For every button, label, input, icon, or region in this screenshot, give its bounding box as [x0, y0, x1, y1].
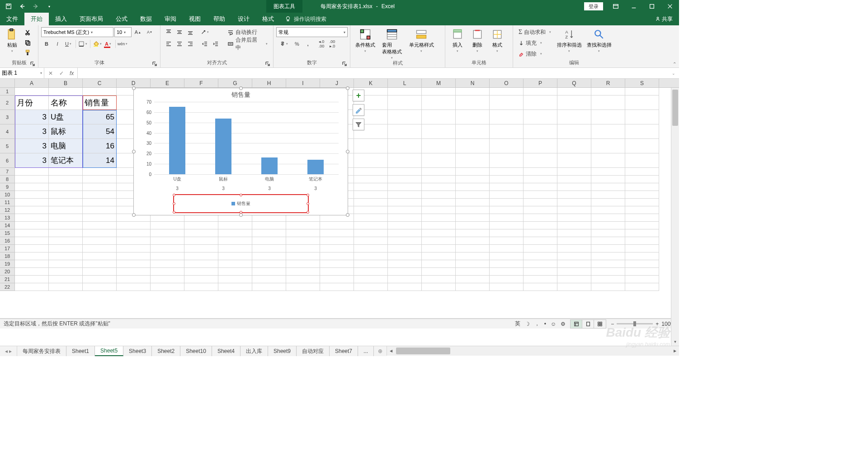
cell[interactable]	[354, 176, 388, 183]
cell[interactable]	[625, 245, 659, 253]
cell[interactable]	[83, 176, 117, 183]
cell[interactable]	[557, 245, 591, 253]
cell[interactable]	[49, 88, 83, 95]
cell[interactable]	[490, 237, 524, 245]
cell[interactable]	[83, 229, 117, 237]
cell[interactable]	[117, 283, 151, 291]
cell[interactable]	[557, 260, 591, 268]
cell[interactable]	[388, 153, 422, 168]
cell[interactable]	[524, 153, 557, 168]
cell[interactable]	[15, 183, 49, 191]
cell[interactable]	[422, 168, 456, 176]
cell[interactable]	[184, 276, 218, 283]
underline-button[interactable]: U	[63, 39, 74, 49]
chart-bar[interactable]	[169, 107, 185, 174]
cell[interactable]	[320, 253, 354, 260]
cell[interactable]	[591, 124, 625, 139]
tab-formulas[interactable]: 公式	[109, 13, 134, 25]
smiley-icon[interactable]: ☺	[551, 321, 556, 327]
cell[interactable]	[422, 183, 456, 191]
cell[interactable]	[388, 191, 422, 199]
sheet-tab[interactable]: Sheet9	[268, 346, 297, 356]
cell[interactable]	[591, 153, 625, 168]
cell[interactable]	[252, 283, 286, 291]
cell[interactable]	[456, 124, 490, 139]
cell[interactable]	[184, 222, 218, 229]
enter-button[interactable]: ✓	[56, 68, 67, 79]
tab-review[interactable]: 审阅	[158, 13, 183, 25]
cell[interactable]	[388, 245, 422, 253]
chart-legend[interactable]: 销售量	[173, 194, 309, 213]
tab-home[interactable]: 开始	[24, 13, 49, 25]
launcher-icon[interactable]	[152, 61, 157, 67]
cell[interactable]	[83, 183, 117, 191]
cell[interactable]	[49, 268, 83, 276]
row-header[interactable]: 4	[0, 124, 15, 139]
cell[interactable]	[388, 183, 422, 191]
tab-view[interactable]: 视图	[183, 13, 207, 25]
cell[interactable]	[625, 124, 659, 139]
cell[interactable]	[456, 222, 490, 229]
select-all-corner[interactable]	[0, 79, 15, 87]
cell[interactable]	[388, 222, 422, 229]
cell[interactable]	[524, 176, 557, 183]
cell[interactable]	[422, 153, 456, 168]
launcher-icon[interactable]	[342, 61, 347, 67]
cell[interactable]	[252, 260, 286, 268]
cell[interactable]	[524, 237, 557, 245]
cell[interactable]	[591, 222, 625, 229]
cell[interactable]	[354, 199, 388, 206]
cell[interactable]	[422, 260, 456, 268]
cell[interactable]	[422, 139, 456, 153]
cell[interactable]	[83, 214, 117, 222]
redo-button[interactable]	[29, 0, 42, 13]
row-header[interactable]: 9	[0, 183, 15, 191]
cell[interactable]	[557, 268, 591, 276]
row-header[interactable]: 17	[0, 245, 15, 253]
cell[interactable]	[524, 183, 557, 191]
format-cells-button[interactable]: 格式▾	[488, 27, 507, 53]
cell[interactable]	[591, 260, 625, 268]
font-size-combo[interactable]: 10▾	[114, 27, 132, 37]
row-header[interactable]: 12	[0, 206, 15, 214]
save-button[interactable]	[2, 0, 15, 13]
col-header[interactable]: N	[456, 79, 490, 87]
row-header[interactable]: 18	[0, 253, 15, 260]
cell[interactable]	[83, 199, 117, 206]
cell[interactable]	[422, 229, 456, 237]
cell[interactable]	[354, 222, 388, 229]
cell[interactable]	[83, 283, 117, 291]
number-format-combo[interactable]: 常规▾	[276, 27, 348, 37]
cell[interactable]	[320, 260, 354, 268]
bold-button[interactable]: B	[41, 39, 52, 49]
cell[interactable]	[456, 139, 490, 153]
cell[interactable]	[456, 276, 490, 283]
sheet-tab[interactable]: Sheet2	[152, 346, 180, 356]
cell[interactable]	[490, 88, 524, 95]
cell[interactable]	[524, 206, 557, 214]
launcher-icon[interactable]	[265, 61, 270, 67]
cell[interactable]	[524, 268, 557, 276]
tell-me-search[interactable]: 操作说明搜索	[280, 13, 331, 25]
cell[interactable]	[49, 199, 83, 206]
share-button[interactable]: 共享	[649, 13, 679, 25]
collapse-ribbon-button[interactable]: ⌃	[673, 62, 676, 67]
vertical-scrollbar[interactable]: ▲ ▼	[671, 81, 679, 346]
decrease-decimal-button[interactable]: .00▸.0	[327, 39, 338, 49]
cell[interactable]	[625, 88, 659, 95]
cut-button[interactable]	[23, 28, 33, 37]
cell[interactable]	[354, 283, 388, 291]
cell[interactable]	[15, 206, 49, 214]
cell[interactable]	[490, 206, 524, 214]
cell[interactable]	[557, 153, 591, 168]
cell[interactable]	[456, 153, 490, 168]
cell[interactable]	[524, 168, 557, 176]
cell[interactable]	[456, 214, 490, 222]
cell[interactable]	[286, 222, 320, 229]
cell[interactable]	[218, 253, 252, 260]
cell[interactable]	[490, 183, 524, 191]
zoom-out-button[interactable]: −	[611, 321, 614, 327]
cancel-button[interactable]: ✕	[45, 68, 56, 79]
cell[interactable]	[524, 139, 557, 153]
row-header[interactable]: 21	[0, 276, 15, 283]
